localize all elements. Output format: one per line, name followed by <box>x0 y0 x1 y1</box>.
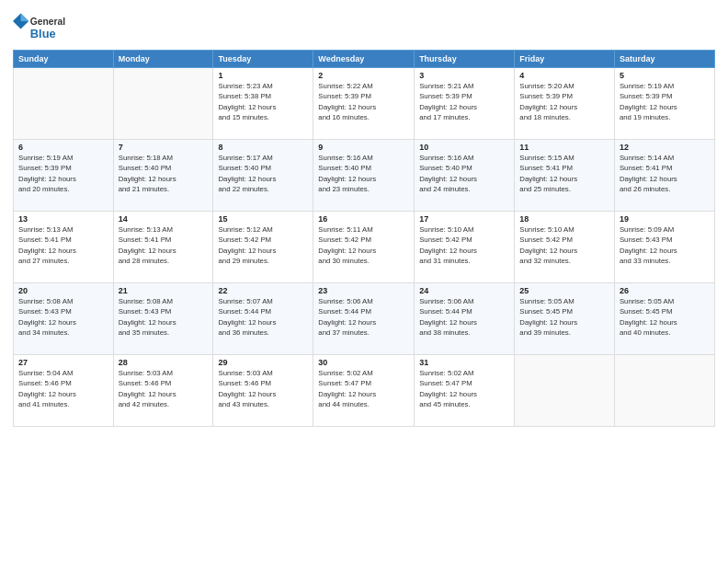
day-detail: Sunrise: 5:19 AM Sunset: 5:39 PM Dayligh… <box>18 153 108 194</box>
day-number: 9 <box>318 143 409 152</box>
svg-text:Blue: Blue <box>30 27 56 40</box>
calendar-cell <box>515 355 615 427</box>
calendar-cell: 31Sunrise: 5:02 AM Sunset: 5:47 PM Dayli… <box>415 355 515 427</box>
day-detail: Sunrise: 5:08 AM Sunset: 5:43 PM Dayligh… <box>119 296 209 338</box>
day-detail: Sunrise: 5:10 AM Sunset: 5:42 PM Dayligh… <box>519 224 609 266</box>
calendar-week-row: 6Sunrise: 5:19 AM Sunset: 5:39 PM Daylig… <box>14 140 715 212</box>
calendar-cell: 13Sunrise: 5:13 AM Sunset: 5:41 PM Dayli… <box>14 212 114 283</box>
page: General Blue SundayMondayTuesdayWednesda… <box>0 0 728 563</box>
calendar-cell: 11Sunrise: 5:15 AM Sunset: 5:41 PM Dayli… <box>515 140 615 212</box>
day-number: 26 <box>620 286 710 295</box>
calendar-cell: 17Sunrise: 5:10 AM Sunset: 5:42 PM Dayli… <box>415 212 515 283</box>
calendar-cell: 1Sunrise: 5:23 AM Sunset: 5:38 PM Daylig… <box>213 68 313 140</box>
day-number: 19 <box>620 214 710 224</box>
day-number: 28 <box>119 358 209 367</box>
day-number: 24 <box>419 286 509 295</box>
day-detail: Sunrise: 5:06 AM Sunset: 5:44 PM Dayligh… <box>419 296 509 338</box>
svg-marker-3 <box>21 13 29 21</box>
calendar-cell: 4Sunrise: 5:20 AM Sunset: 5:39 PM Daylig… <box>515 68 615 140</box>
day-number: 20 <box>18 286 108 295</box>
calendar-cell: 2Sunrise: 5:22 AM Sunset: 5:39 PM Daylig… <box>313 68 415 140</box>
calendar-table: SundayMondayTuesdayWednesdayThursdayFrid… <box>13 50 715 427</box>
day-number: 4 <box>519 71 609 80</box>
calendar-cell: 18Sunrise: 5:10 AM Sunset: 5:42 PM Dayli… <box>515 212 615 283</box>
day-number: 21 <box>119 286 209 295</box>
calendar-cell: 3Sunrise: 5:21 AM Sunset: 5:39 PM Daylig… <box>415 68 515 140</box>
day-detail: Sunrise: 5:05 AM Sunset: 5:45 PM Dayligh… <box>620 296 710 338</box>
calendar-cell: 16Sunrise: 5:11 AM Sunset: 5:42 PM Dayli… <box>313 212 415 283</box>
day-number: 6 <box>18 143 108 152</box>
calendar-cell <box>113 68 213 140</box>
day-number: 30 <box>318 358 409 367</box>
calendar-cell: 10Sunrise: 5:16 AM Sunset: 5:40 PM Dayli… <box>415 140 515 212</box>
day-detail: Sunrise: 5:07 AM Sunset: 5:44 PM Dayligh… <box>218 296 308 338</box>
day-number: 7 <box>119 143 209 152</box>
calendar-cell: 9Sunrise: 5:16 AM Sunset: 5:40 PM Daylig… <box>313 140 415 212</box>
calendar-cell: 6Sunrise: 5:19 AM Sunset: 5:39 PM Daylig… <box>14 140 114 212</box>
header: General Blue <box>13 9 715 44</box>
day-number: 5 <box>620 71 710 80</box>
day-detail: Sunrise: 5:02 AM Sunset: 5:47 PM Dayligh… <box>318 368 409 409</box>
calendar-cell: 21Sunrise: 5:08 AM Sunset: 5:43 PM Dayli… <box>113 283 213 355</box>
day-detail: Sunrise: 5:03 AM Sunset: 5:46 PM Dayligh… <box>218 368 308 409</box>
day-detail: Sunrise: 5:03 AM Sunset: 5:46 PM Dayligh… <box>119 368 209 409</box>
col-header-sunday: Sunday <box>14 51 114 68</box>
day-detail: Sunrise: 5:02 AM Sunset: 5:47 PM Dayligh… <box>419 368 509 409</box>
day-detail: Sunrise: 5:17 AM Sunset: 5:40 PM Dayligh… <box>218 153 308 194</box>
day-detail: Sunrise: 5:14 AM Sunset: 5:41 PM Dayligh… <box>620 153 710 194</box>
day-detail: Sunrise: 5:13 AM Sunset: 5:41 PM Dayligh… <box>119 224 209 266</box>
calendar-cell: 12Sunrise: 5:14 AM Sunset: 5:41 PM Dayli… <box>614 140 714 212</box>
calendar-cell: 24Sunrise: 5:06 AM Sunset: 5:44 PM Dayli… <box>415 283 515 355</box>
col-header-monday: Monday <box>113 51 213 68</box>
day-number: 12 <box>620 143 710 152</box>
day-number: 13 <box>18 214 108 224</box>
day-number: 1 <box>218 71 308 80</box>
day-number: 29 <box>218 358 308 367</box>
calendar-cell <box>14 68 114 140</box>
calendar-cell: 5Sunrise: 5:19 AM Sunset: 5:39 PM Daylig… <box>614 68 714 140</box>
calendar-cell: 14Sunrise: 5:13 AM Sunset: 5:41 PM Dayli… <box>113 212 213 283</box>
day-detail: Sunrise: 5:18 AM Sunset: 5:40 PM Dayligh… <box>119 153 209 194</box>
calendar-cell: 23Sunrise: 5:06 AM Sunset: 5:44 PM Dayli… <box>313 283 415 355</box>
calendar-cell: 25Sunrise: 5:05 AM Sunset: 5:45 PM Dayli… <box>515 283 615 355</box>
col-header-saturday: Saturday <box>614 51 714 68</box>
day-detail: Sunrise: 5:06 AM Sunset: 5:44 PM Dayligh… <box>318 296 409 338</box>
day-detail: Sunrise: 5:04 AM Sunset: 5:46 PM Dayligh… <box>18 368 108 409</box>
day-detail: Sunrise: 5:13 AM Sunset: 5:41 PM Dayligh… <box>18 224 108 266</box>
calendar-cell: 8Sunrise: 5:17 AM Sunset: 5:40 PM Daylig… <box>213 140 313 212</box>
col-header-friday: Friday <box>515 51 615 68</box>
day-detail: Sunrise: 5:22 AM Sunset: 5:39 PM Dayligh… <box>318 81 409 122</box>
day-number: 27 <box>18 358 108 367</box>
day-number: 16 <box>318 214 409 224</box>
calendar-cell: 29Sunrise: 5:03 AM Sunset: 5:46 PM Dayli… <box>213 355 313 427</box>
day-number: 22 <box>218 286 308 295</box>
calendar-cell: 27Sunrise: 5:04 AM Sunset: 5:46 PM Dayli… <box>14 355 114 427</box>
calendar-week-row: 27Sunrise: 5:04 AM Sunset: 5:46 PM Dayli… <box>14 355 715 427</box>
calendar-cell <box>614 355 714 427</box>
day-number: 31 <box>419 358 509 367</box>
day-number: 8 <box>218 143 308 152</box>
logo-svg: General Blue <box>13 9 68 44</box>
calendar-cell: 15Sunrise: 5:12 AM Sunset: 5:42 PM Dayli… <box>213 212 313 283</box>
calendar-week-row: 1Sunrise: 5:23 AM Sunset: 5:38 PM Daylig… <box>14 68 715 140</box>
day-detail: Sunrise: 5:08 AM Sunset: 5:43 PM Dayligh… <box>18 296 108 338</box>
calendar-cell: 26Sunrise: 5:05 AM Sunset: 5:45 PM Dayli… <box>614 283 714 355</box>
calendar-week-row: 13Sunrise: 5:13 AM Sunset: 5:41 PM Dayli… <box>14 212 715 283</box>
day-number: 14 <box>119 214 209 224</box>
day-detail: Sunrise: 5:11 AM Sunset: 5:42 PM Dayligh… <box>318 224 409 266</box>
svg-text:General: General <box>30 17 65 27</box>
col-header-thursday: Thursday <box>415 51 515 68</box>
col-header-tuesday: Tuesday <box>213 51 313 68</box>
calendar-cell: 28Sunrise: 5:03 AM Sunset: 5:46 PM Dayli… <box>113 355 213 427</box>
day-detail: Sunrise: 5:19 AM Sunset: 5:39 PM Dayligh… <box>620 81 710 122</box>
day-detail: Sunrise: 5:23 AM Sunset: 5:38 PM Dayligh… <box>218 81 308 122</box>
day-number: 3 <box>419 71 509 80</box>
day-detail: Sunrise: 5:21 AM Sunset: 5:39 PM Dayligh… <box>419 81 509 122</box>
calendar-week-row: 20Sunrise: 5:08 AM Sunset: 5:43 PM Dayli… <box>14 283 715 355</box>
calendar-header-row: SundayMondayTuesdayWednesdayThursdayFrid… <box>14 51 715 68</box>
day-number: 2 <box>318 71 409 80</box>
day-number: 25 <box>519 286 609 295</box>
day-detail: Sunrise: 5:12 AM Sunset: 5:42 PM Dayligh… <box>218 224 308 266</box>
day-detail: Sunrise: 5:20 AM Sunset: 5:39 PM Dayligh… <box>519 81 609 122</box>
day-number: 18 <box>519 214 609 224</box>
